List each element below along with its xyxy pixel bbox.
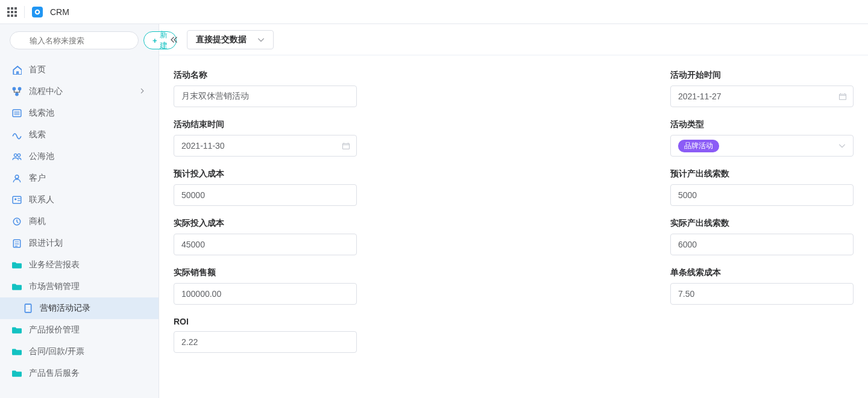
folder-icon xyxy=(12,347,22,356)
search-input[interactable] xyxy=(10,31,139,49)
plus-icon: + xyxy=(153,36,157,45)
sidebar-item-label: 产品报价管理 xyxy=(29,325,80,335)
folder-icon xyxy=(12,325,22,335)
sidebar-item-label: 联系人 xyxy=(29,194,54,205)
input-actual-sales[interactable] xyxy=(174,283,357,305)
sidebar-item-label: 市场营销管理 xyxy=(29,281,80,292)
folder-icon xyxy=(12,368,22,378)
double-chevron-left-icon xyxy=(169,36,178,44)
sidebar-item-label: 公海池 xyxy=(29,151,54,162)
sidebar-item-flow[interactable]: 流程中心 xyxy=(0,81,159,102)
sidebar-item-plan[interactable]: 跟进计划 xyxy=(0,232,159,254)
label-end-time: 活动结束时间 xyxy=(174,119,357,130)
label-roi: ROI xyxy=(174,317,357,326)
form-area: 活动名称 活动开始时间 活动结束时间 xyxy=(159,55,868,398)
form-grid: 活动名称 活动开始时间 活动结束时间 xyxy=(174,70,854,353)
sidebar-item-lead-pool[interactable]: 线索池 xyxy=(0,102,159,124)
users-icon xyxy=(12,152,22,161)
sidebar-item-label: 客户 xyxy=(29,173,46,184)
app-launcher-icon[interactable] xyxy=(7,7,17,17)
sidebar-item-public-pool[interactable]: 公海池 xyxy=(0,146,159,167)
sidebar-item-label: 业务经营报表 xyxy=(29,260,80,270)
input-expected-leads[interactable] xyxy=(670,184,854,206)
sidebar-item-lead[interactable]: 线索 xyxy=(0,124,159,146)
divider xyxy=(24,6,25,18)
label-actual-sales: 实际销售额 xyxy=(174,267,357,278)
input-start-time[interactable] xyxy=(670,86,854,107)
field-expected-cost: 预计投入成本 xyxy=(174,169,357,206)
field-lead-cost: 单条线索成本 xyxy=(670,267,854,305)
input-roi[interactable] xyxy=(174,331,357,353)
label-actual-cost: 实际投入成本 xyxy=(174,218,357,229)
top-header: CRM xyxy=(0,0,868,24)
plan-icon xyxy=(12,238,22,248)
sidebar-item-label: 营销活动记录 xyxy=(40,303,90,314)
sidebar-item-label: 商机 xyxy=(29,216,46,227)
chevron-down-icon xyxy=(838,142,846,149)
chevron-right-icon xyxy=(139,87,146,96)
sidebar-item-marketing[interactable]: 市场营销管理 xyxy=(0,276,159,297)
label-actual-leads: 实际产出线索数 xyxy=(670,218,854,229)
collapse-sidebar-button[interactable] xyxy=(166,33,181,47)
label-expected-cost: 预计投入成本 xyxy=(174,169,357,179)
sidebar-item-contract[interactable]: 合同/回款/开票 xyxy=(0,341,159,362)
input-actual-leads[interactable] xyxy=(670,234,854,255)
field-roi: ROI xyxy=(174,317,357,353)
document-icon xyxy=(23,303,33,313)
sidebar-item-label: 合同/回款/开票 xyxy=(29,346,84,357)
sidebar-item-home[interactable]: 首页 xyxy=(0,59,159,81)
field-actual-leads: 实际产出线索数 xyxy=(670,218,854,255)
input-activity-name[interactable] xyxy=(174,86,357,107)
sidebar-item-label: 首页 xyxy=(29,64,46,75)
field-activity-name: 活动名称 xyxy=(174,70,357,107)
card-icon xyxy=(12,195,22,205)
sidebar-item-label: 产品售后服务 xyxy=(29,368,80,379)
view-selector[interactable]: 直接提交数据 xyxy=(187,30,274,49)
sidebar-item-reports[interactable]: 业务经营报表 xyxy=(0,254,159,276)
flow-icon xyxy=(12,87,22,96)
list-icon xyxy=(12,108,22,118)
label-activity-name: 活动名称 xyxy=(174,70,357,81)
field-start-time: 活动开始时间 xyxy=(670,70,854,107)
field-expected-leads: 预计产出线索数 xyxy=(670,169,854,206)
input-lead-cost[interactable] xyxy=(670,283,854,305)
wave-icon xyxy=(12,130,22,140)
label-lead-cost: 单条线索成本 xyxy=(670,267,854,278)
sidebar: + 新建 首页 流程中心 线索池 线索 xyxy=(0,24,159,398)
sidebar-item-opportunity[interactable]: 商机 xyxy=(0,211,159,232)
calendar-icon[interactable] xyxy=(341,141,351,151)
chevron-down-icon xyxy=(257,36,265,43)
sidebar-item-aftersales[interactable]: 产品售后服务 xyxy=(0,362,159,384)
input-actual-cost[interactable] xyxy=(174,234,357,255)
sidebar-item-label: 跟进计划 xyxy=(29,238,63,249)
sidebar-top: + 新建 xyxy=(0,24,159,57)
sidebar-item-customer[interactable]: 客户 xyxy=(0,167,159,189)
sidebar-item-label: 流程中心 xyxy=(29,86,63,97)
field-actual-cost: 实际投入成本 xyxy=(174,218,357,255)
select-activity-type[interactable]: 品牌活动 xyxy=(670,135,854,157)
folder-icon xyxy=(12,260,22,270)
activity-type-tag: 品牌活动 xyxy=(678,140,719,152)
label-start-time: 活动开始时间 xyxy=(670,70,854,81)
label-activity-type: 活动类型 xyxy=(670,119,854,130)
svg-point-13 xyxy=(36,10,39,13)
input-end-time[interactable] xyxy=(174,135,357,157)
view-selector-label: 直接提交数据 xyxy=(196,34,247,45)
input-expected-cost[interactable] xyxy=(174,184,357,206)
sidebar-item-campaign-record[interactable]: 营销活动记录 xyxy=(0,297,159,319)
field-end-time: 活动结束时间 xyxy=(174,119,357,157)
sidebar-item-label: 线索池 xyxy=(29,108,54,119)
content: 直接提交数据 活动名称 活动开始时间 活动结束时间 xyxy=(159,24,868,398)
sidebar-item-contact[interactable]: 联系人 xyxy=(0,189,159,211)
sidebar-item-quote[interactable]: 产品报价管理 xyxy=(0,319,159,341)
search-wrap xyxy=(10,31,139,49)
app-logo-icon xyxy=(32,7,43,17)
sidebar-item-label: 线索 xyxy=(29,129,46,140)
calendar-icon[interactable] xyxy=(838,92,848,101)
folder-icon xyxy=(12,282,22,291)
field-activity-type: 活动类型 品牌活动 xyxy=(670,119,854,157)
target-icon xyxy=(12,217,22,226)
label-expected-leads: 预计产出线索数 xyxy=(670,169,854,179)
content-header: 直接提交数据 xyxy=(159,24,868,55)
app-title: CRM xyxy=(50,7,69,17)
